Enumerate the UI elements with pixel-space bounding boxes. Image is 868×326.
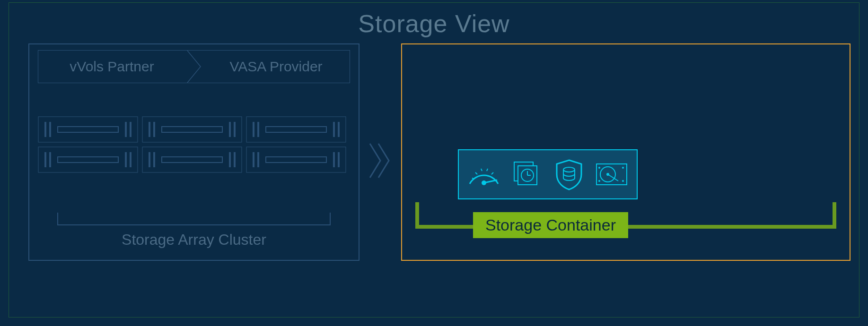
svg-point-54	[622, 180, 624, 182]
storage-container-label: Storage Container	[473, 212, 628, 238]
storage-array-panel: vVols Partner VASA Provider Storage Ar	[28, 43, 359, 261]
vasa-provider-box: VASA Provider	[194, 50, 350, 83]
svg-rect-12	[246, 117, 346, 142]
vvols-partner-box: vVols Partner	[38, 50, 194, 83]
hard-drive-icon	[593, 155, 631, 193]
double-chevron-right-icon	[368, 142, 392, 180]
gauge-icon	[465, 155, 503, 193]
top-row: vVols Partner VASA Provider	[38, 50, 350, 83]
svg-rect-3	[58, 127, 118, 132]
storage-container-panel: Storage Container	[401, 43, 850, 261]
svg-point-56	[598, 180, 600, 182]
cluster-bracket-icon	[57, 212, 331, 226]
svg-rect-18	[38, 147, 138, 172]
svg-line-37	[484, 180, 497, 183]
storage-array-grid	[38, 116, 350, 173]
snapshot-clock-icon	[508, 155, 545, 193]
svg-rect-21	[58, 157, 118, 163]
svg-rect-6	[142, 117, 242, 142]
svg-rect-49	[596, 164, 627, 185]
svg-rect-15	[266, 127, 326, 132]
chevron-separator-icon	[186, 51, 202, 83]
storage-unit-icon	[246, 116, 346, 143]
svg-rect-30	[246, 147, 346, 172]
storage-unit-icon	[38, 146, 138, 173]
cluster-label: Storage Array Cluster	[29, 231, 359, 249]
svg-rect-27	[162, 157, 222, 163]
svg-rect-24	[142, 147, 242, 172]
svg-line-39	[475, 172, 477, 174]
storage-unit-icon	[38, 116, 138, 143]
svg-rect-9	[162, 127, 222, 132]
storage-unit-icon	[142, 146, 242, 173]
svg-line-42	[491, 172, 493, 174]
storage-unit-icon	[246, 146, 346, 173]
svg-rect-0	[38, 117, 138, 142]
vvols-partner-label: vVols Partner	[70, 59, 154, 75]
capabilities-box	[458, 149, 638, 199]
vasa-provider-label: VASA Provider	[229, 59, 322, 75]
page-title: Storage View	[0, 9, 868, 38]
svg-rect-33	[266, 157, 326, 163]
shield-database-icon	[550, 155, 588, 193]
svg-line-41	[487, 169, 488, 171]
svg-point-48	[563, 167, 575, 172]
storage-unit-icon	[142, 116, 242, 143]
svg-point-55	[598, 167, 600, 169]
svg-point-53	[622, 167, 624, 169]
svg-line-40	[481, 169, 482, 171]
